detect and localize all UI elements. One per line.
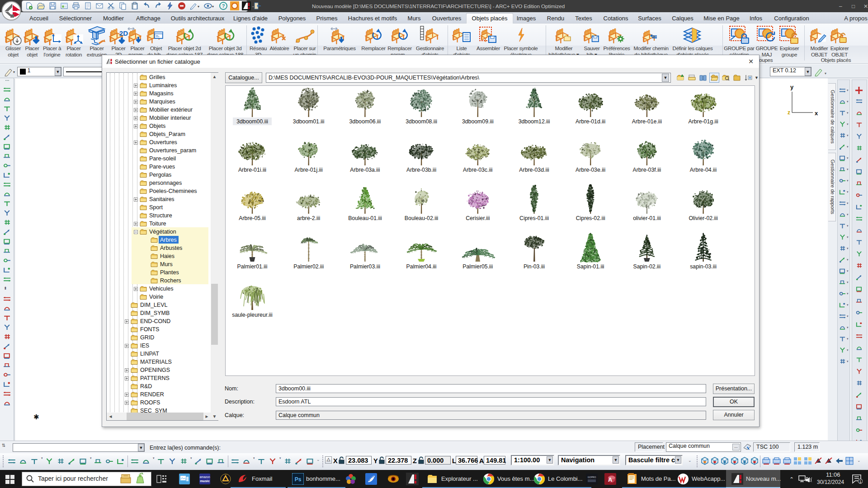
svg-text:z: z: [788, 109, 790, 116]
svg-text:?: ?: [222, 3, 225, 9]
svg-text:GOPRO: GOPRO: [588, 476, 596, 479]
svg-text:1: 1: [859, 479, 861, 484]
svg-text:y: y: [790, 84, 794, 90]
svg-text:Ps: Ps: [295, 476, 302, 483]
svg-text:music: music: [200, 479, 210, 483]
svg-text:A: A: [608, 476, 613, 483]
svg-text:amazon: amazon: [199, 475, 210, 479]
svg-text:x: x: [815, 110, 818, 117]
